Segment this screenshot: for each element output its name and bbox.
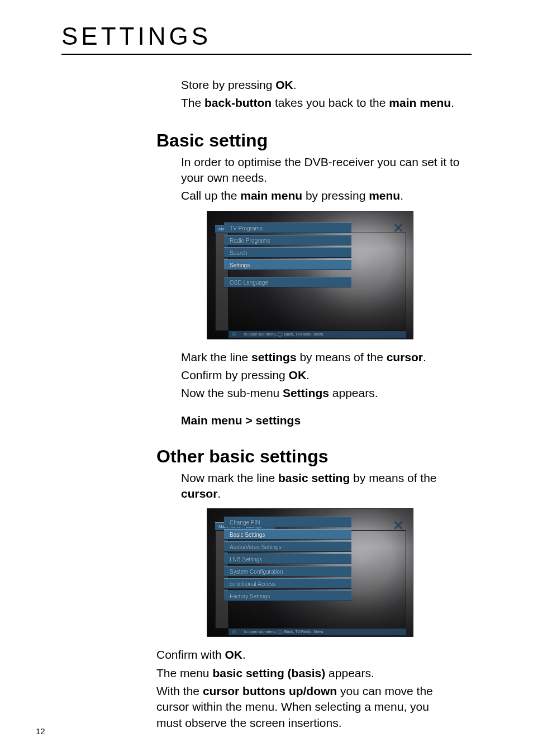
brand-logo-icon: ✕ <box>393 518 404 533</box>
text: Now the sub-menu <box>181 386 283 399</box>
bold-text: main menu <box>240 189 302 202</box>
page-number: 12 <box>36 726 45 736</box>
text: The menu <box>156 667 212 679</box>
bold-text: back-button <box>204 96 272 109</box>
text: The <box>181 96 204 109</box>
osd-menu-item: conditional Access <box>224 578 351 589</box>
osd-menu-item: TV Programs <box>224 223 351 233</box>
osd-menu-item: LNB Settings <box>224 554 351 564</box>
intro-line-2: The back-button takes you back to the ma… <box>181 95 460 111</box>
osd-menu-item: Search <box>224 247 351 258</box>
text: . <box>451 96 454 109</box>
bold-text: OK <box>225 648 243 661</box>
text: . <box>423 351 426 363</box>
after-fig1-line-2: Confirm by pressing OK. <box>181 367 460 383</box>
intro-line-1: Store by pressing OK. <box>181 77 460 93</box>
osd-menu-item: Radio Programs <box>224 235 351 245</box>
osd-menu-item: Change PIN <box>224 517 351 527</box>
text: by means of the <box>350 471 436 484</box>
bold-text: OK <box>275 78 293 91</box>
text: . <box>306 368 310 381</box>
text: Confirm by pressing <box>181 368 289 381</box>
figure-settings-menu: Main Menu > Settings ✕ Change PIN Basic … <box>207 508 413 637</box>
text: appears. <box>325 667 374 679</box>
osd-menu-item: OSD Language <box>224 277 351 287</box>
after-fig2-line-3: With the cursor buttons up/down you can … <box>156 683 444 731</box>
osd-menu-item: Audio/Video Settings <box>224 541 351 552</box>
text: takes you back to the <box>272 96 389 109</box>
bold-text: basic setting (basis) <box>212 667 325 679</box>
after-fig2-line-2: The menu basic setting (basis) appears. <box>156 665 444 681</box>
text: by means of the <box>297 351 387 363</box>
text: Mark the line <box>181 351 251 363</box>
basic-p1: In order to optimise the DVB-receiver yo… <box>181 154 460 186</box>
after-fig1-line-1: Mark the line settings by means of the c… <box>181 349 460 365</box>
osd-menu-item: System Configuration <box>224 566 351 577</box>
text: Call up the <box>181 189 240 202</box>
text: With the <box>156 684 203 697</box>
bold-text: menu <box>369 189 400 202</box>
after-fig1-line-3: Now the sub-menu Settings appears. <box>181 385 460 401</box>
bold-text: cursor buttons up/down <box>203 684 337 697</box>
basic-p2: Call up the main menu by pressing menu. <box>181 188 460 204</box>
bold-text: Settings <box>283 386 329 399</box>
text: . <box>293 78 297 91</box>
osd-help-bar: to open sub menu, ◯: Back, TV/Radio, Men… <box>229 629 406 635</box>
osd-menu-item-selected: Settings <box>224 259 351 270</box>
text: Store by pressing <box>181 78 275 91</box>
osd-menu-item: Factory Settings <box>224 590 351 601</box>
bold-text: settings <box>251 351 297 363</box>
heading-other-basic-settings: Other basic settings <box>156 446 460 467</box>
osd-help-bar: to open sub menu, ◯: Back, TV/Radio, Men… <box>229 331 406 338</box>
breadcrumb: Main menu > settings <box>181 414 460 427</box>
after-fig2-line-1: Confirm with OK. <box>156 647 444 663</box>
text: Confirm with <box>156 648 225 661</box>
bold-text: main menu <box>389 96 451 109</box>
text: by pressing <box>302 189 369 202</box>
other-p1: Now mark the line basic setting by means… <box>181 470 460 502</box>
bold-text: basic setting <box>278 471 350 484</box>
figure-main-menu: Main Menu ✕ TV Programs Radio Programs S… <box>207 211 413 339</box>
brand-logo-icon: ✕ <box>393 220 404 236</box>
heading-basic-setting: Basic setting <box>156 130 460 151</box>
text: . <box>400 189 403 202</box>
osd-menu-item-selected: Basic Settings <box>224 529 351 540</box>
page-title: SETTINGS <box>61 22 472 50</box>
bold-text: cursor <box>181 487 217 500</box>
text: . <box>242 648 246 661</box>
text: appears. <box>329 386 378 399</box>
bold-text: cursor <box>387 351 423 363</box>
bold-text: OK <box>289 368 307 381</box>
text: . <box>217 487 221 500</box>
text: Now mark the line <box>181 471 278 484</box>
